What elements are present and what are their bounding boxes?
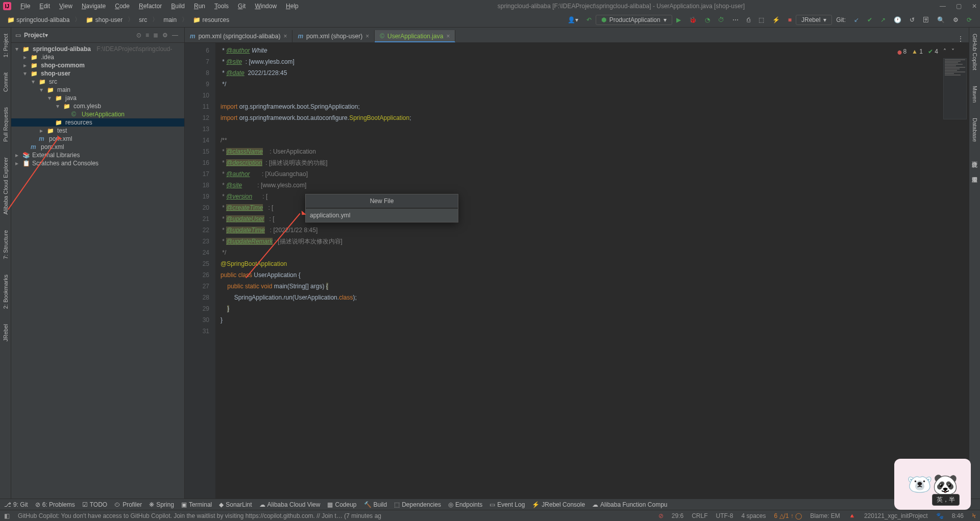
bottom-tab-todo[interactable]: ☑TODO	[82, 501, 107, 508]
left-tab-1-project[interactable]: 1: Project	[2, 31, 10, 60]
caret-position[interactable]: 29:6	[672, 512, 683, 519]
breadcrumb-item[interactable]: 📁 shop-user	[83, 15, 126, 24]
sync-icon[interactable]: ⟳	[965, 15, 974, 24]
attach-button[interactable]: ⎙	[745, 15, 752, 24]
translate-icon[interactable]: 🈂	[921, 15, 931, 24]
breadcrumb-item[interactable]: main	[160, 15, 180, 24]
code-editor[interactable]: 6789101112131415161718192021222324252627…	[185, 43, 969, 499]
stop-button[interactable]: ■	[786, 15, 794, 24]
tree-commom[interactable]: ▸shop-commom	[11, 61, 184, 69]
tree-idea[interactable]: ▸.idea	[11, 53, 184, 61]
right-tab-github-copilot[interactable]: GitHub Copilot	[971, 31, 979, 73]
git-push-icon[interactable]: ↗	[878, 15, 888, 24]
menu-file[interactable]: File	[16, 2, 34, 11]
editor-tab[interactable]: pom.xml (shop-user)×	[292, 30, 375, 42]
ime-indicator[interactable]: 英，半	[932, 494, 960, 506]
menu-refactor[interactable]: Refactor	[135, 2, 166, 11]
chevron-up-icon[interactable]: ˄	[943, 46, 946, 58]
right-tab-maven[interactable]: Maven	[971, 83, 979, 106]
expand-all-icon[interactable]: ≡	[145, 32, 149, 39]
bottom-tab-profiler[interactable]: ⏲Profiler	[114, 501, 142, 508]
inspection-summary[interactable]: 6 △/1 ↑ ◯	[774, 512, 802, 519]
left-tab-pull-requests[interactable]: Pull Requests	[2, 104, 10, 145]
tree-src[interactable]: ▾src	[11, 78, 184, 86]
tips-icon[interactable]: ◧	[4, 512, 10, 519]
chevron-down-icon[interactable]: ▾	[45, 32, 48, 39]
editor-tab[interactable]: UserApplication.java×	[375, 30, 455, 42]
project-tree[interactable]: ▾springcloud-alibaba F:\IDEAProject\spri…	[11, 43, 184, 499]
close-tab-icon[interactable]: ×	[283, 33, 287, 40]
line-gutter[interactable]: 6789101112131415161718192021222324252627…	[185, 43, 215, 499]
left-tab-2-bookmarks[interactable]: 2: Bookmarks	[2, 271, 10, 312]
menu-help[interactable]: Help	[282, 2, 303, 11]
chevron-down-icon[interactable]: ˅	[951, 46, 954, 58]
git-branch[interactable]: 220121_xgc_initProject	[864, 512, 928, 519]
left-tab-7-structure[interactable]: 7: Structure	[2, 227, 10, 262]
tree-main[interactable]: ▾main	[11, 86, 184, 94]
file-encoding[interactable]: UTF-8	[716, 512, 733, 519]
jrebel-select[interactable]: JRebel ▾	[796, 15, 832, 25]
tree-pom2[interactable]: pom.xml	[11, 143, 184, 151]
tree-user[interactable]: ▾shop-user	[11, 69, 184, 78]
minimize-button[interactable]: —	[940, 3, 946, 10]
coverage-button[interactable]: ◔	[703, 15, 712, 24]
settings-icon[interactable]: ⚙	[951, 15, 961, 24]
menu-git[interactable]: Git	[234, 2, 250, 11]
collapse-all-icon[interactable]: ≣	[153, 32, 158, 39]
jrebel-status-icon[interactable]: Ϟ	[972, 512, 976, 519]
bottom-tab-endpoints[interactable]: ◎Endpoints	[448, 501, 482, 508]
menu-tools[interactable]: Tools	[210, 2, 233, 11]
bottom-tab-sonarlint[interactable]: ◆SonarLint	[219, 501, 252, 508]
menu-edit[interactable]: Edit	[35, 2, 54, 11]
inspection-badges[interactable]: 8 1 4 ˄ ˅	[897, 46, 954, 58]
menu-view[interactable]: View	[55, 2, 77, 11]
close-tab-icon[interactable]: ×	[446, 33, 450, 40]
run-config-select[interactable]: ⬢ ProductApplication ▾	[596, 15, 672, 25]
step-back-icon[interactable]: ↶	[584, 15, 594, 24]
bottom-tab-build[interactable]: 🔨Build	[364, 501, 387, 508]
menu-run[interactable]: Run	[190, 2, 209, 11]
right-tab--[interactable]: 百度统计	[970, 154, 979, 160]
git-rollback-icon[interactable]: ↺	[908, 15, 917, 24]
tree-root[interactable]: ▾springcloud-alibaba F:\IDEAProject\spri…	[11, 45, 184, 53]
left-tab-jrebel[interactable]: JRebel	[2, 321, 10, 344]
git-update-icon[interactable]: ↙	[852, 15, 861, 24]
bottom-tab-alibaba-cloud-view[interactable]: ☁Alibaba Cloud View	[259, 501, 321, 508]
menu-build[interactable]: Build	[167, 2, 189, 11]
menu-navigate[interactable]: Navigate	[78, 2, 110, 11]
menu-window[interactable]: Window	[251, 2, 281, 11]
blame-info[interactable]: Blame: EM	[810, 512, 840, 519]
maximize-button[interactable]: ▢	[956, 3, 962, 10]
git-commit-icon[interactable]: ✔	[865, 15, 874, 24]
right-tab--[interactable]: 应用管理	[970, 169, 979, 176]
tree-class[interactable]: UserApplication	[11, 110, 184, 118]
code-minimap[interactable]	[943, 58, 967, 119]
left-tab-commit[interactable]: Commit	[2, 69, 10, 95]
bottom-tab-event-log[interactable]: ▭Event Log	[489, 501, 525, 508]
hide-panel-icon[interactable]: —	[172, 32, 178, 39]
search-icon[interactable]: 🔍	[935, 15, 947, 24]
project-view-label[interactable]: Project	[24, 32, 45, 39]
profile-button[interactable]: ⏱	[716, 15, 726, 24]
bottom-tab-spring[interactable]: ❋Spring	[149, 501, 174, 508]
tree-resources[interactable]: resources	[11, 118, 184, 127]
services-button[interactable]: ⬚	[756, 15, 766, 24]
breadcrumb-item[interactable]: 📁 springcloud-alibaba	[4, 15, 72, 24]
tree-pkg[interactable]: ▾com.ylesb	[11, 102, 184, 110]
menu-code[interactable]: Code	[111, 2, 134, 11]
bottom-tab-6-problems[interactable]: ⊘6: Problems	[35, 501, 75, 508]
bottom-tab-dependencies[interactable]: ⬚Dependencies	[394, 501, 441, 508]
right-tab-database[interactable]: Database	[971, 115, 979, 145]
copilot-icon[interactable]: ⊘	[658, 512, 664, 519]
bottom-tab-jrebel-console[interactable]: ⚡JRebel Console	[532, 501, 585, 508]
tab-more-icon[interactable]: ⋮	[952, 35, 969, 42]
tree-extlib[interactable]: ▸📚External Libraries	[11, 151, 184, 159]
breadcrumb-item[interactable]: src	[136, 15, 150, 24]
bottom-tab-codeup[interactable]: ▦Codeup	[327, 501, 356, 508]
indent-info[interactable]: 4 spaces	[741, 512, 766, 519]
jrebel-icon[interactable]: ⚡	[770, 15, 782, 24]
code-content[interactable]: * @author White * @site : [www.ylesb.com…	[215, 43, 969, 499]
memory-icon[interactable]: 🐾	[936, 512, 944, 519]
debug-button[interactable]: 🐞	[687, 15, 699, 24]
bottom-tab-9-git[interactable]: ⎇9: Git	[4, 501, 28, 508]
